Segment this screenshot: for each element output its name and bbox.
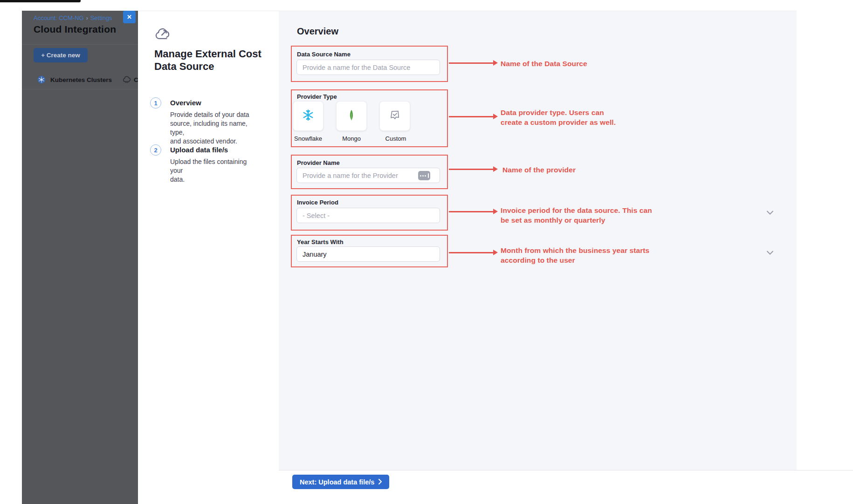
provider-label-custom: Custom	[380, 135, 411, 142]
provider-label-mongo: Mongo	[336, 135, 367, 142]
header-divider	[22, 44, 138, 45]
step-2-indicator[interactable]: 2	[150, 144, 161, 156]
content-heading: Overview	[297, 26, 338, 37]
data-source-name-input[interactable]	[296, 60, 440, 75]
step-2-description: Upload the files containing your data.	[170, 157, 259, 184]
provider-label-snowflake: Snowflake	[293, 135, 323, 142]
annotation-text-provider-type: Data provider type. Users can create a c…	[501, 108, 616, 127]
snowflake-icon	[301, 108, 315, 124]
screenshot-canvas: Account: CCM-NG›Settings Cloud Integrati…	[0, 0, 853, 504]
year-starts-with-select[interactable]: January	[296, 246, 440, 262]
annotation-text-invoice-period: Invoice period for the data source. This…	[501, 205, 652, 225]
invoice-period-chevron-down-icon[interactable]	[766, 211, 774, 215]
breadcrumb: Account: CCM-NG›Settings	[34, 14, 112, 21]
annotation-text-year-starts-with: Month from which the business year start…	[501, 245, 649, 265]
annotation-arrow-provider-type	[449, 116, 494, 117]
provider-card-mongo[interactable]	[336, 101, 367, 131]
page-title: Cloud Integration	[34, 24, 116, 35]
annotation-arrow-year-starts-with	[449, 252, 494, 253]
step-1-description: Provide details of your data source, inc…	[170, 110, 259, 146]
next-button-label: Next: Upload data file/s	[300, 478, 374, 486]
kubernetes-icon	[37, 75, 46, 84]
page-right-margin	[797, 11, 853, 470]
data-source-name-label: Data Source Name	[297, 51, 351, 58]
annotation-text-provider-name: Name of the provider	[502, 165, 576, 175]
annotation-arrow-data-source-name	[449, 62, 494, 64]
provider-card-custom[interactable]	[379, 101, 410, 131]
next-upload-data-button[interactable]: Next: Upload data file/s	[292, 475, 389, 489]
annotation-text-data-source-name: Name of the Data Source	[501, 59, 587, 68]
provider-type-cards	[293, 101, 433, 131]
chevron-right-icon	[378, 478, 382, 486]
window-top-bar	[0, 0, 81, 2]
create-new-button[interactable]: + Create new	[34, 48, 88, 62]
close-button[interactable]: ✕	[123, 11, 136, 23]
tab-cloud-accounts[interactable]: C	[122, 75, 138, 85]
breadcrumb-account-link[interactable]: Account: CCM-NG	[34, 14, 84, 21]
cloud-upload-icon	[154, 27, 172, 43]
wizard-title: Manage External Cost Data Source	[154, 48, 266, 73]
tab-row-divider	[22, 89, 138, 89]
annotation-arrow-invoice-period	[449, 211, 494, 212]
year-starts-with-label: Year Starts With	[297, 238, 344, 245]
step-2-label[interactable]: Upload data file/s	[170, 146, 228, 154]
provider-type-label: Provider Type	[297, 93, 337, 100]
annotation-arrow-provider-name	[449, 169, 494, 170]
provider-card-snowflake[interactable]	[293, 101, 323, 131]
invoice-period-select[interactable]: - Select -	[296, 208, 440, 223]
close-icon: ✕	[127, 14, 132, 20]
year-starts-with-chevron-down-icon[interactable]	[766, 251, 774, 255]
provider-name-label: Provider Name	[297, 159, 340, 166]
breadcrumb-separator-icon: ›	[86, 15, 88, 21]
custom-template-icon	[389, 109, 401, 123]
invoice-period-label: Invoice Period	[297, 199, 338, 206]
step-1-label[interactable]: Overview	[170, 99, 201, 107]
mongo-leaf-icon	[345, 109, 358, 123]
tab-kubernetes-label: Kubernetes Clusters	[50, 76, 112, 83]
wizard-left-panel	[138, 11, 279, 504]
tab-kubernetes-clusters[interactable]: Kubernetes Clusters	[22, 71, 138, 89]
breadcrumb-settings-link[interactable]: Settings	[90, 14, 112, 21]
step-1-indicator[interactable]: 1	[150, 97, 161, 109]
cloud-icon	[122, 75, 131, 85]
runtime-input-selector-icon[interactable]	[418, 171, 430, 180]
